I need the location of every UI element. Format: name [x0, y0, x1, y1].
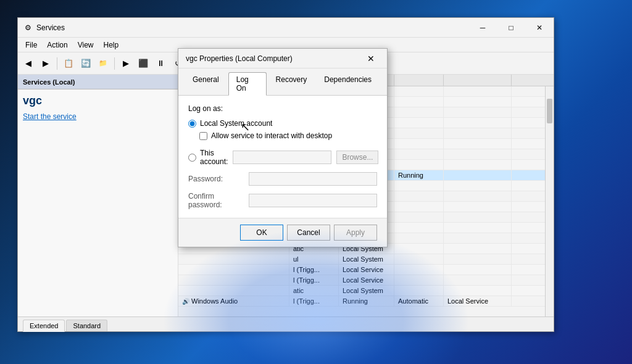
tab-recovery[interactable]: Recovery: [268, 72, 315, 95]
browse-button[interactable]: Browse...: [336, 151, 378, 164]
minimize-button[interactable]: ─: [468, 18, 497, 38]
title-bar: ⚙ Services ─ □ ✕: [18, 18, 554, 38]
properties-dialog: vgc Properties (Local Computer) ✕ Genera…: [178, 48, 388, 247]
table-row[interactable]: l (Trigg...Local Service: [178, 265, 545, 275]
toolbar-back[interactable]: ◀: [20, 56, 36, 72]
logon-section-label: Log on as:: [188, 104, 377, 113]
this-account-input[interactable]: [233, 151, 331, 164]
scrollbar-thumb[interactable]: [547, 99, 552, 123]
maximize-button[interactable]: □: [497, 18, 525, 38]
local-system-radio-label: Local System account: [200, 119, 272, 128]
menu-view[interactable]: View: [73, 38, 99, 52]
toolbar-browse[interactable]: 📋: [60, 56, 77, 72]
service-description: Start the service: [23, 112, 173, 121]
ok-button[interactable]: OK: [240, 225, 283, 241]
toolbar-refresh[interactable]: 🔄: [78, 56, 94, 72]
confirm-password-row: Confirm password:: [188, 192, 377, 209]
dialog-title-bar: vgc Properties (Local Computer) ✕: [178, 49, 387, 68]
dialog-body: Log on as: Local System account Allow se…: [178, 96, 387, 218]
table-row[interactable]: ulLocal System: [178, 254, 545, 265]
dialog-footer: OK Cancel Apply: [178, 218, 387, 247]
local-system-radio[interactable]: [188, 120, 196, 128]
this-account-radio[interactable]: [188, 154, 196, 162]
apply-button[interactable]: Apply: [334, 225, 377, 241]
service-name-label: vgc: [23, 94, 173, 107]
toolbar-play[interactable]: ▶: [118, 56, 134, 72]
this-account-radio-label: This account:: [200, 149, 228, 166]
this-account-row: This account: Browse...: [188, 149, 377, 166]
confirm-password-input[interactable]: [249, 194, 377, 207]
toolbar-folder[interactable]: 📁: [95, 56, 111, 72]
col-logon: [444, 75, 512, 86]
scrollbar[interactable]: [545, 86, 554, 316]
left-panel: Services (Local) vgc Start the service: [18, 75, 178, 316]
dialog-title: vgc Properties (Local Computer): [186, 54, 362, 63]
start-service-link[interactable]: Start the service: [23, 112, 77, 121]
confirm-password-label: Confirm password:: [188, 192, 244, 209]
dialog-close-button[interactable]: ✕: [362, 50, 380, 67]
tab-extended[interactable]: Extended: [23, 320, 65, 332]
tab-general[interactable]: General: [185, 72, 227, 95]
left-panel-header: Services (Local): [18, 75, 178, 89]
cancel-button[interactable]: Cancel: [287, 225, 330, 241]
toolbar-forward[interactable]: ▶: [38, 56, 54, 72]
table-row-windows-audio[interactable]: 🔊 Windows Audiol (Trigg...RunningAutomat…: [178, 296, 545, 307]
allow-desktop-checkbox-item[interactable]: Allow service to interact with desktop: [199, 131, 377, 140]
table-row[interactable]: l (Trigg...Local Service: [178, 275, 545, 286]
col-startup: [394, 75, 444, 86]
toolbar-sep2: [114, 57, 115, 70]
window-controls: ─ □ ✕: [468, 18, 554, 38]
toolbar-sep1: [57, 57, 57, 70]
menu-help[interactable]: Help: [99, 38, 124, 52]
radio-group: Local System account Allow service to in…: [188, 119, 377, 140]
toolbar-stop[interactable]: ⬛: [135, 56, 151, 72]
tab-logon[interactable]: Log On: [228, 72, 267, 96]
menu-action[interactable]: Action: [42, 38, 72, 52]
menu-file[interactable]: File: [20, 38, 42, 52]
password-input[interactable]: [249, 172, 377, 186]
tab-dependencies[interactable]: Dependencies: [316, 72, 380, 95]
bottom-tabs: Extended Standard: [18, 316, 554, 331]
password-label: Password:: [188, 175, 244, 183]
password-row: Password:: [188, 172, 377, 186]
allow-desktop-label: Allow service to interact with desktop: [211, 131, 332, 140]
dialog-tabs: General Log On Recovery Dependencies: [178, 68, 387, 96]
left-panel-content: vgc Start the service: [18, 89, 178, 126]
tab-standard[interactable]: Standard: [66, 320, 107, 331]
close-button[interactable]: ✕: [525, 18, 554, 38]
app-icon: ⚙: [23, 23, 33, 33]
this-account-radio-item[interactable]: This account:: [188, 149, 228, 166]
toolbar-pause[interactable]: ⏸: [152, 56, 168, 72]
table-row[interactable]: aticLocal System: [178, 286, 545, 296]
allow-desktop-checkbox[interactable]: [199, 132, 207, 140]
local-system-radio-item[interactable]: Local System account: [188, 119, 377, 128]
